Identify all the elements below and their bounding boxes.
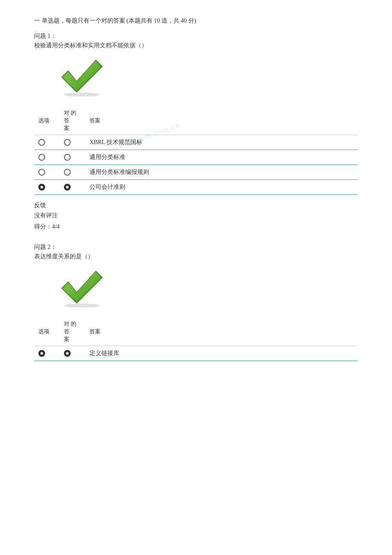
no-comment: 没有评注 <box>34 212 358 220</box>
option-radio[interactable] <box>34 165 60 180</box>
question-2-block: 问题 2： 表达维度关系的是（） 选项 对 的 答 案 答案 <box>34 243 358 361</box>
radio-filled-icon <box>38 184 45 191</box>
th-option-2: 选项 <box>34 318 60 346</box>
question-1-text: 校验通用分类标准和实用文档不能依据（） <box>34 42 358 49</box>
table-row: 公司会计准则 <box>34 180 358 195</box>
table-row: 通用分类标准 <box>34 150 358 165</box>
question-1-block: 问题 1： 校验通用分类标准和实用文档不能依据（） <box>34 32 358 231</box>
table-row: XBRL 技术规范国标 <box>34 135 358 150</box>
question-1-answer-table: 选项 对 的 答 案 答案 XBRL 技术规范国标通用分类标准通用分类标准编报规… <box>34 107 358 195</box>
section-header: 一 单选题，每题只有一个对的答案 (本题共有 10 道，共 40 分) <box>34 17 358 25</box>
radio-filled-icon <box>38 350 45 357</box>
answer-text: XBRL 技术规范国标 <box>85 135 358 150</box>
radio-empty-icon <box>38 169 45 176</box>
answer-text: 通用分类标准编报规则 <box>85 165 358 180</box>
table-row: 定义链接库 <box>34 346 358 361</box>
svg-point-7 <box>64 304 100 307</box>
radio-empty-correct-icon <box>64 154 71 161</box>
option-radio[interactable] <box>34 180 60 195</box>
answer-text: 定义链接库 <box>85 346 358 361</box>
question-2-label: 问题 2： <box>34 243 358 251</box>
radio-empty-correct-icon <box>64 139 71 146</box>
correct-radio <box>60 346 85 361</box>
radio-filled-correct-icon <box>64 184 71 191</box>
th-option: 选项 <box>34 107 60 135</box>
radio-filled-correct-icon <box>64 350 71 357</box>
th-answer-2: 答案 <box>85 318 358 346</box>
answer-text: 通用分类标准 <box>85 150 358 165</box>
question-2-checkmark-area <box>60 269 358 309</box>
correct-radio <box>60 180 85 195</box>
checkmark-icon-2 <box>60 269 107 307</box>
th-correct-2: 对 的 答 案 <box>60 318 85 346</box>
feedback-label: 反馈 <box>34 202 358 209</box>
question-1-feedback: 反馈 <box>34 202 358 209</box>
svg-point-3 <box>64 92 100 96</box>
question-1-checkmark-area <box>60 58 358 98</box>
th-answer: 答案 <box>85 107 358 135</box>
option-radio[interactable] <box>34 346 60 361</box>
option-radio[interactable] <box>34 150 60 165</box>
answer-text: 公司会计准则 <box>85 180 358 195</box>
question-2-text: 表达维度关系的是（） <box>34 253 358 260</box>
radio-empty-correct-icon <box>64 169 71 176</box>
radio-empty-icon <box>38 154 45 161</box>
score-text: 得分：4/4 <box>34 223 358 231</box>
th-correct: 对 的 答 案 <box>60 107 85 135</box>
question-1-label: 问题 1： <box>34 32 358 40</box>
question-2-answer-table: 选项 对 的 答 案 答案 定义链接库 <box>34 318 358 361</box>
radio-empty-icon <box>38 139 45 146</box>
correct-radio <box>60 135 85 150</box>
correct-radio <box>60 165 85 180</box>
correct-radio <box>60 150 85 165</box>
checkmark-icon <box>60 58 107 96</box>
question-1-table-container: www.zixin.com.cn 选项 对 的 答 案 答案 XBRL <box>34 107 358 195</box>
table-row: 通用分类标准编报规则 <box>34 165 358 180</box>
option-radio[interactable] <box>34 135 60 150</box>
